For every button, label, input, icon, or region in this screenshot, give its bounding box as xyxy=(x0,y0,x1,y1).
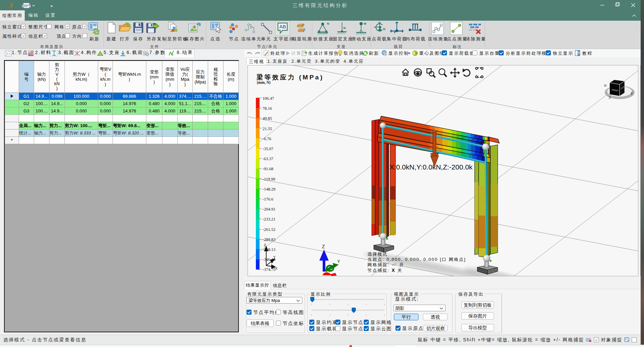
svg-text:S: S xyxy=(609,95,611,100)
svg-text:X: X xyxy=(275,267,278,271)
svg-text:Y: Y xyxy=(337,259,340,264)
svg-text:Z: Z xyxy=(322,244,325,250)
svg-text:W: W xyxy=(604,84,607,87)
svg-text:AB: AB xyxy=(279,24,286,29)
svg-text:N: N xyxy=(383,27,385,31)
svg-text:4: 4 xyxy=(487,137,490,142)
svg-text:M: M xyxy=(364,22,366,25)
svg-text:E: E xyxy=(630,91,633,96)
svg-text:N: N xyxy=(343,26,346,30)
svg-text:N: N xyxy=(327,22,329,25)
svg-text:?: ? xyxy=(578,51,580,55)
